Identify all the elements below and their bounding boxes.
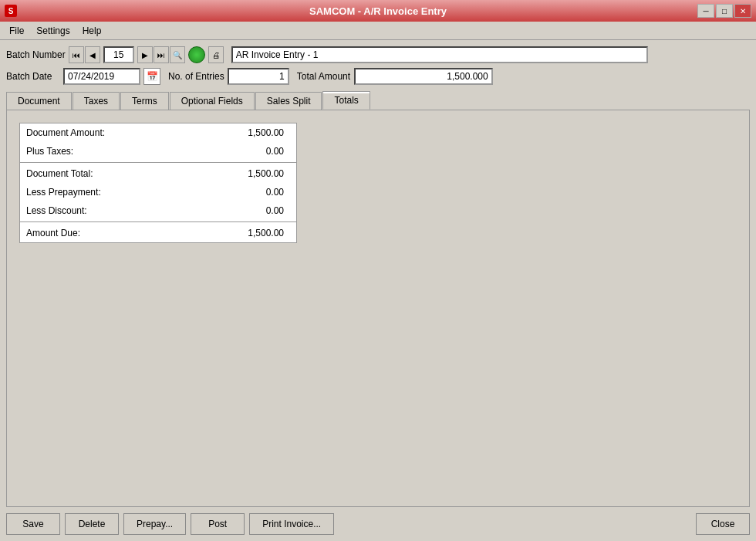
totals-row-amount-due: Amount Due: 1,500.00 [20, 224, 296, 242]
batch-number-group: Batch Number [6, 46, 224, 63]
batch-date-label: Batch Date [6, 71, 60, 82]
post-button[interactable]: Post [191, 513, 245, 535]
less-prepayment-value: 0.00 [197, 187, 290, 198]
total-amount-label: Total Amount [297, 71, 351, 82]
title-bar: S SAMCOM - A/R Invoice Entry ─ □ ✕ [0, 0, 756, 22]
print-invoice-button[interactable]: Print Invoice... [249, 513, 334, 535]
first-icon [73, 51, 80, 59]
batch-number-label: Batch Number [6, 49, 66, 60]
separator-1 [20, 162, 296, 163]
tab-sales-split[interactable]: Sales Split [255, 92, 322, 110]
totals-row-less-discount: Less Discount: 0.00 [20, 201, 296, 220]
nav-last-button[interactable] [154, 46, 169, 63]
batch-date-group: Batch Date 📅 [6, 68, 160, 85]
search-icon [173, 51, 182, 59]
last-icon [157, 51, 165, 59]
next-icon [142, 51, 148, 59]
bottom-bar: Save Delete Prepay... Post Print Invoice… [6, 513, 750, 535]
separator-2 [20, 221, 296, 222]
calendar-button[interactable]: 📅 [143, 68, 160, 85]
batch-date-input[interactable] [63, 68, 140, 85]
nav-first-button[interactable] [69, 46, 84, 63]
add-button[interactable] [188, 46, 205, 63]
batch-number-input[interactable] [103, 46, 134, 63]
window-title: SAMCOM - A/R Invoice Entry [309, 5, 447, 17]
document-amount-value: 1,500.00 [197, 127, 290, 138]
totals-row-document-amount: Document Amount: 1,500.00 [20, 123, 296, 142]
document-total-value: 1,500.00 [197, 168, 290, 179]
menu-bar: File Settings Help [0, 22, 756, 40]
tabs-container: Document Taxes Terms Optional Fields Sal… [6, 91, 750, 110]
amount-due-value: 1,500.00 [197, 228, 290, 238]
no-entries-input[interactable] [228, 68, 289, 85]
minimize-button[interactable]: ─ [697, 4, 714, 18]
no-entries-label: No. of Entries [168, 71, 224, 82]
totals-row-plus-taxes: Plus Taxes: 0.00 [20, 142, 296, 161]
window-body: Batch Number Batch Date 📅 No. of Entries [0, 40, 756, 541]
print-button[interactable] [208, 46, 224, 63]
tab-terms[interactable]: Terms [120, 92, 169, 110]
tab-document[interactable]: Document [6, 92, 72, 110]
menu-file[interactable]: File [3, 24, 30, 38]
nav-next-button[interactable] [137, 46, 153, 63]
tab-taxes[interactable]: Taxes [73, 92, 120, 110]
totals-row-document-total: Document Total: 1,500.00 [20, 164, 296, 183]
nav-prev-button[interactable] [85, 46, 100, 63]
close-button[interactable]: Close [696, 513, 750, 535]
totals-row-less-prepayment: Less Prepayment: 0.00 [20, 183, 296, 201]
prepay-button[interactable]: Prepay... [123, 513, 186, 535]
prev-icon [89, 51, 96, 59]
tab-optional-fields[interactable]: Optional Fields [170, 92, 255, 110]
amount-due-label: Amount Due: [26, 228, 197, 238]
app-icon: S [5, 5, 17, 17]
document-amount-label: Document Amount: [26, 127, 197, 138]
top-controls-row: Batch Number [6, 46, 750, 63]
total-amount-group: Total Amount [297, 68, 493, 85]
nav-search-button[interactable] [170, 46, 185, 63]
second-controls-row: Batch Date 📅 No. of Entries Total Amount [6, 68, 750, 85]
less-discount-label: Less Discount: [26, 205, 197, 216]
less-discount-value: 0.00 [197, 205, 290, 216]
tab-totals[interactable]: Totals [322, 91, 370, 110]
save-button[interactable]: Save [6, 513, 60, 535]
no-entries-group: No. of Entries [168, 68, 289, 85]
restore-button[interactable]: □ [716, 4, 733, 18]
close-window-button[interactable]: ✕ [734, 4, 751, 18]
menu-help[interactable]: Help [76, 24, 108, 38]
plus-taxes-value: 0.00 [197, 146, 290, 157]
menu-settings[interactable]: Settings [30, 24, 76, 38]
nav-buttons-right [137, 46, 185, 63]
less-prepayment-label: Less Prepayment: [26, 187, 197, 198]
window-controls: ─ □ ✕ [697, 4, 751, 18]
tab-panel-totals: Document Amount: 1,500.00 Plus Taxes: 0.… [6, 110, 750, 507]
plus-taxes-label: Plus Taxes: [26, 146, 197, 157]
nav-buttons [69, 46, 100, 63]
total-amount-input[interactable] [354, 68, 493, 85]
delete-button[interactable]: Delete [65, 513, 119, 535]
totals-table: Document Amount: 1,500.00 Plus Taxes: 0.… [19, 123, 297, 243]
ar-entry-input[interactable] [231, 46, 648, 63]
printer-icon [212, 51, 220, 59]
document-total-label: Document Total: [26, 168, 197, 179]
